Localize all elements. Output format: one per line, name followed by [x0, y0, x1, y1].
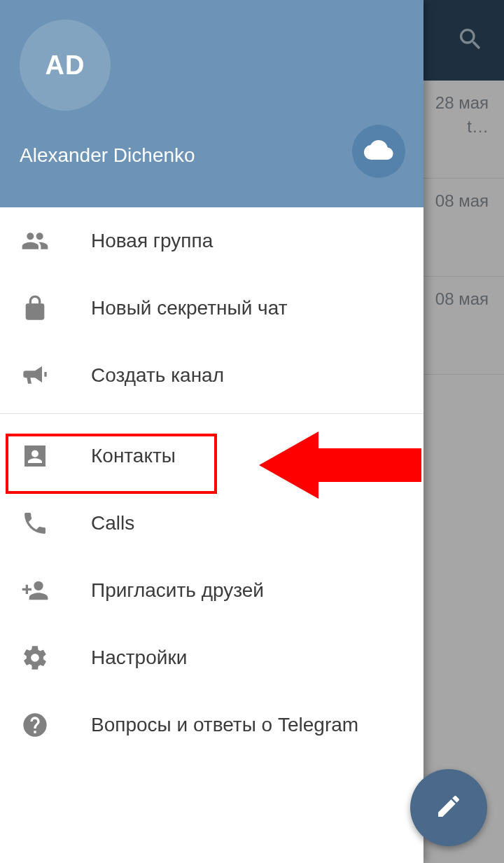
menu-label: Новый секретный чат	[91, 297, 287, 319]
cloud-icon	[364, 135, 393, 167]
compose-fab[interactable]	[410, 769, 487, 846]
navigation-drawer: AD Alexander Dichenko Новая группа Новый…	[0, 0, 424, 863]
menu-label: Новая группа	[91, 230, 213, 252]
menu-divider	[0, 413, 424, 414]
pencil-icon	[435, 792, 463, 823]
menu-contacts[interactable]: Контакты	[0, 422, 424, 490]
contact-icon	[21, 442, 91, 470]
help-icon	[21, 711, 91, 739]
account-name: Alexander Dichenko	[20, 144, 195, 167]
group-icon	[21, 227, 91, 255]
menu-label: Настройки	[91, 647, 187, 669]
menu-settings[interactable]: Настройки	[0, 624, 424, 691]
menu-label: Вопросы и ответы о Telegram	[91, 714, 358, 736]
person-add-icon	[21, 577, 91, 605]
menu-calls[interactable]: Calls	[0, 490, 424, 557]
menu-secret-chat[interactable]: Новый секретный чат	[0, 275, 424, 342]
menu-label: Контакты	[91, 445, 176, 467]
menu-new-channel[interactable]: Создать канал	[0, 342, 424, 409]
lock-icon	[21, 294, 91, 322]
phone-icon	[21, 509, 91, 537]
menu-label: Пригласить друзей	[91, 579, 264, 602]
avatar[interactable]: AD	[20, 20, 111, 111]
megaphone-icon	[21, 361, 91, 389]
drawer-menu: Новая группа Новый секретный чат Создать…	[0, 207, 424, 863]
menu-label: Создать канал	[91, 364, 224, 387]
menu-invite-friends[interactable]: Пригласить друзей	[0, 557, 424, 624]
menu-new-group[interactable]: Новая группа	[0, 207, 424, 275]
menu-faq[interactable]: Вопросы и ответы о Telegram	[0, 691, 424, 759]
saved-messages-button[interactable]	[352, 125, 405, 178]
avatar-initials: AD	[46, 50, 85, 81]
menu-label: Calls	[91, 512, 134, 534]
gear-icon	[21, 644, 91, 672]
drawer-header: AD Alexander Dichenko	[0, 0, 424, 207]
